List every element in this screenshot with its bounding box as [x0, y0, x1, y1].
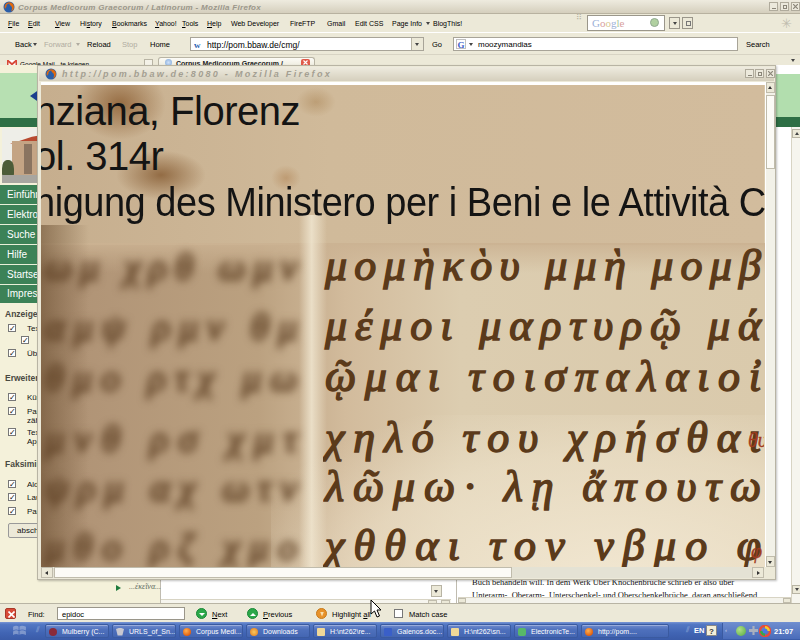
svg-text:θμο ρτχ μω: θμο ρτχ μω — [45, 357, 297, 399]
svg-text:αμψ ρμν θμ: αμψ ρμν θμ — [45, 306, 297, 348]
svg-text:χθθαι τον νβμο φ: χθθαι τον νβμο φ — [323, 521, 761, 567]
svg-text:λῶμω· λῃ ἄπουτω: λῶμω· λῃ ἄπουτω — [323, 462, 761, 511]
svg-text:μέμοι μαρτυρῷ μά: μέμοι μαρτυρῷ μά — [324, 301, 762, 350]
svg-text:μνθ ρσ χμτ: μνθ ρσ χμτ — [44, 418, 298, 460]
svg-text:θυ: θυ — [748, 429, 764, 451]
svg-text:ῷμαι τοισπαλαιοἰ: ῷμαι τοισπαλαιοἰ — [325, 352, 761, 401]
svg-text:μθο ρζ χμο: μθο ρζ χμο — [44, 526, 297, 567]
svg-text:ωμ χρθ ωμν: ωμ χρθ ωμν — [45, 246, 297, 288]
svg-text:μομὴκὸυ μμὴ μομβ: μομὴκὸυ μμὴ μομβ — [324, 241, 761, 290]
svg-text:φ: φ — [751, 540, 762, 563]
svg-text:w: w — [194, 40, 201, 49]
svg-text:ψρμ αχ ωτν: ψρμ αχ ωτν — [45, 467, 297, 509]
svg-text:χηλό του χρήσθαι: χηλό του χρήσθαι — [323, 413, 761, 462]
